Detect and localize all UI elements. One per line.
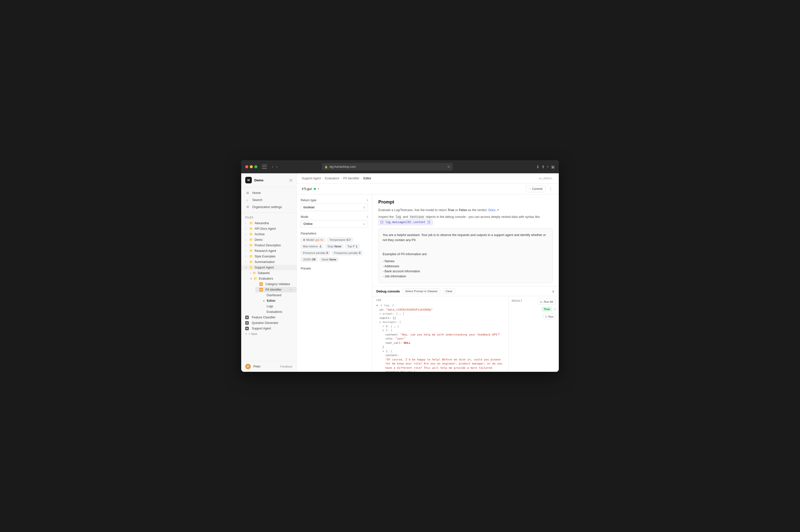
version-badge: #7LguI ▾: [302, 187, 319, 191]
tree-item-demo[interactable]: › 📁 Demo: [241, 237, 296, 243]
forward-button[interactable]: ›: [275, 164, 279, 170]
tree-item-alexandria[interactable]: › 📁 Alexandria: [241, 221, 296, 226]
select-prompt-button[interactable]: Select Prompt or Dataset: [402, 288, 440, 294]
prompt-description-1: Evaluate a Log/Testcase. Ask the model t…: [378, 208, 553, 213]
minimize-button[interactable]: [250, 165, 253, 168]
tree-item-api-docs[interactable]: › 📁 API Docs Agent: [241, 226, 296, 231]
breadcrumb-pii-identifier[interactable]: PII Identifier: [343, 176, 359, 180]
bullet: ·: [263, 310, 264, 314]
log-expand[interactable]: ∨ messages: [: [379, 320, 401, 324]
tree-item-datasets[interactable]: › 📁 Datasets: [246, 270, 296, 276]
run-all-button[interactable]: ▷ Run All: [538, 299, 556, 305]
more-options-icon[interactable]: ⋯: [290, 288, 292, 291]
clear-button[interactable]: Clear: [443, 288, 455, 294]
expand-result-icon[interactable]: ↗: [554, 308, 556, 310]
tree-item-dashboard[interactable]: · Dashboard: [259, 292, 296, 298]
close-button[interactable]: [245, 165, 248, 168]
feedback-link[interactable]: Feedback: [280, 365, 292, 368]
tree-item-editor[interactable]: • Editor: [259, 298, 296, 304]
share-icon[interactable]: ⬆: [541, 165, 545, 169]
log-key: tool_call:: [385, 341, 404, 345]
log-expand[interactable]: > prompt: { … }: [379, 312, 404, 316]
breadcrumb-support-agent[interactable]: Support Agent: [302, 176, 321, 180]
sidebar-toggle[interactable]: [262, 165, 267, 169]
tree-item-label: Evaluators: [259, 277, 273, 280]
run-button[interactable]: ▷ Run: [543, 314, 556, 319]
tree-item-summarisation[interactable]: › 📁 Summarisation: [241, 259, 296, 265]
pii-item-names: - Names: [383, 259, 548, 264]
log-expand[interactable]: > 0: { … }: [383, 325, 399, 328]
commit-icon: ↑: [529, 187, 531, 190]
tree-item-label: API Docs Agent: [255, 227, 276, 230]
log-expand[interactable]: ∨ 1: {: [383, 329, 392, 332]
tree-item-style-examples[interactable]: › 📁 Style Examples: [241, 254, 296, 259]
mode-select[interactable]: Online ∨: [301, 220, 368, 228]
info-icon[interactable]: ℹ: [367, 215, 368, 218]
browser-actions: ⬇ ⬆ + ▣: [536, 165, 555, 169]
prompt-content: Prompt Evaluate a Log/Testcase. Ask the …: [372, 194, 559, 286]
result-col-header: RESULT: [511, 300, 522, 302]
tree-item-evaluations[interactable]: · Evaluations: [259, 309, 296, 315]
param-max-tokens[interactable]: Max tokens -1: [301, 244, 323, 249]
tree-item-pii-identifier[interactable]: M PII Identifier ⋯: [255, 287, 296, 292]
return-type-select[interactable]: boolean ∨: [301, 204, 368, 211]
sidebar-item-org-settings[interactable]: ⚙ Organization settings: [242, 204, 295, 210]
param-seed[interactable]: Seed None: [319, 257, 338, 262]
tree-item-label: Dashboard: [267, 293, 281, 297]
new-tab-icon[interactable]: +: [547, 165, 549, 169]
tree-item-evaluators[interactable]: ∨ 📁 Evaluators: [246, 276, 296, 281]
back-button[interactable]: ‹: [271, 164, 274, 170]
debug-collapse-button[interactable]: ∨: [552, 289, 555, 294]
download-icon[interactable]: ⬇: [536, 165, 539, 169]
log-expand[interactable]: ∨ log: {: [380, 304, 394, 307]
tree-item-archive[interactable]: › 📁 Archive: [241, 231, 296, 237]
new-item-button[interactable]: + + New: [241, 331, 296, 337]
param-value: Off: [312, 258, 316, 261]
reload-icon[interactable]: ↻: [447, 165, 450, 169]
parameters-section: Parameters ⚙ Model gpt-4o Temperature 0.…: [301, 232, 368, 262]
param-name: Temperature: [330, 238, 346, 241]
tree-item-support-agent-model[interactable]: M Support Agent: [241, 326, 296, 331]
param-frequency-penalty[interactable]: Frequency penalty 0: [332, 250, 363, 255]
sidebar-collapse-button[interactable]: ⊟: [290, 178, 292, 182]
sidebar: M Demo ⊟ ⊞ Home ⌕ Search ⚙ Organization …: [241, 173, 297, 372]
param-name: Stop: [328, 245, 333, 248]
breadcrumb-evaluators[interactable]: Evaluators: [325, 176, 339, 180]
param-json[interactable]: JSON Off: [301, 257, 318, 262]
param-name: Top P: [347, 245, 355, 248]
prompt-box[interactable]: You are a helpful assistant. Your job is…: [378, 228, 553, 283]
log-line-id: id: "data_itOCRz4tbOShFs1kS9hDp": [376, 308, 504, 312]
param-value: -1: [319, 245, 321, 248]
log-col-header: LOG: [376, 299, 504, 302]
tree-item-support-agent[interactable]: ∨ 📁 Support Agent: [241, 265, 296, 270]
docs-link[interactable]: Docs ↗: [488, 208, 499, 212]
more-options-button[interactable]: ⋮: [548, 185, 554, 192]
presets-section: Presets: [301, 266, 368, 270]
play-icon: ▷: [540, 300, 543, 304]
pii-item-job: - Job information: [383, 274, 548, 279]
tree-item-logs[interactable]: · Logs: [259, 304, 296, 309]
tree-item-question-generator[interactable]: M Question Generator: [241, 320, 296, 326]
tree-item-category-validator[interactable]: M Category Validator: [255, 281, 296, 287]
param-presence-penalty[interactable]: Presence penalty 0: [301, 250, 330, 255]
param-model[interactable]: ⚙ Model gpt-4o: [301, 237, 325, 242]
collapse-icon[interactable]: ▼: [376, 304, 378, 307]
param-top-p[interactable]: Top P 1: [345, 244, 360, 249]
sidebar-item-search[interactable]: ⌕ Search: [242, 196, 295, 203]
param-temperature[interactable]: Temperature 0.7: [327, 237, 353, 242]
chevron-icon: ∨: [250, 277, 252, 280]
log-expand[interactable]: ∨ 2: {: [383, 349, 392, 353]
tree-item-feature-classifier[interactable]: M Feature Classifier: [241, 315, 296, 320]
tree-item-research-agent[interactable]: › 📁 Research Agent: [241, 248, 296, 254]
sidebar-item-home[interactable]: ⊞ Home: [242, 189, 295, 196]
commit-button[interactable]: ↑ Commit: [526, 186, 546, 192]
info-icon[interactable]: ℹ: [367, 198, 368, 202]
param-stop[interactable]: Stop None: [325, 244, 343, 249]
address-bar[interactable]: 🔒 stg.humanloop.com ↻: [322, 163, 453, 171]
tabs-icon[interactable]: ▣: [551, 165, 555, 169]
tree-item-product-description[interactable]: › 📁 Product Description: [241, 243, 296, 248]
version-chevron-icon[interactable]: ▾: [318, 187, 319, 190]
maximize-button[interactable]: [254, 165, 257, 168]
log-key: inputs: {}: [379, 316, 396, 320]
settings-icon: ⚙: [246, 205, 250, 209]
